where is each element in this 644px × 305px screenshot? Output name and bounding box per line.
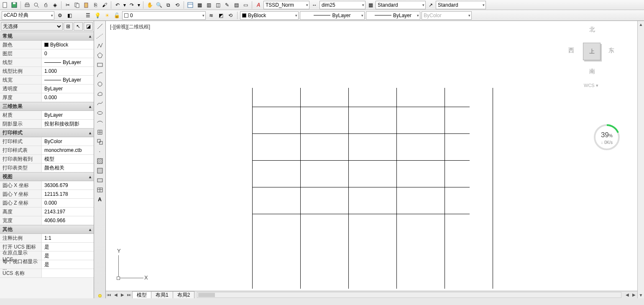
prop-row[interactable]: 线宽ByLayer [0, 76, 94, 85]
prop-value[interactable] [42, 269, 94, 277]
line-icon[interactable] [95, 22, 105, 31]
tab-layout2[interactable]: 布局2 [173, 291, 195, 298]
workspace-save-icon[interactable]: ◧ [65, 11, 74, 20]
collapse-icon[interactable]: ▴ [89, 131, 91, 135]
prop-value[interactable]: 4060.966 [42, 216, 94, 225]
brush-icon[interactable]: 🖌 [100, 1, 109, 9]
markup-icon[interactable]: ✎ [223, 1, 231, 9]
spline-icon[interactable] [95, 99, 105, 108]
vp-minimize[interactable]: [-] [110, 24, 115, 30]
prop-row[interactable]: 圆心 Y 坐标12115.178 [0, 190, 94, 199]
arc-icon[interactable] [95, 70, 105, 79]
viewcube-west[interactable]: 西 [568, 47, 574, 54]
prop-row[interactable]: 透明度ByLayer [0, 85, 94, 93]
insert-block-icon[interactable] [95, 128, 105, 137]
redo-icon[interactable]: ↷ [128, 1, 136, 9]
drawing-canvas[interactable]: [-][俯视][二维线框] Y X 北 南 西 东 上 WCS ▾ [106, 21, 637, 291]
plot-preview-icon[interactable] [32, 1, 41, 9]
vp-view[interactable]: [俯视] [115, 24, 128, 30]
layer-manager-icon[interactable]: ☰ [84, 11, 92, 20]
prop-value[interactable]: 2143.197 [42, 208, 94, 216]
redo-dd-icon[interactable]: ▾ [137, 1, 141, 9]
prop-row[interactable]: 材质ByLayer [0, 111, 94, 120]
mleader-style-combo[interactable]: Standard▾ [436, 1, 486, 9]
prop-row[interactable]: 圆心 X 坐标36306.679 [0, 181, 94, 190]
table-icon[interactable] [95, 185, 105, 195]
quickcalc-icon[interactable]: ▤ [232, 1, 240, 9]
prop-value[interactable]: ByLayer [42, 85, 94, 93]
prop-row[interactable]: 阴影显示投射和接收阴影 [0, 120, 94, 128]
text-style-icon[interactable]: A [254, 1, 263, 9]
prop-category-header[interactable]: 三维效果▴ [0, 102, 94, 111]
prop-value[interactable]: 12115.178 [42, 190, 94, 198]
layer-lock-icon[interactable]: 🔓 [112, 11, 121, 20]
prop-row[interactable]: 颜色ByBlock [0, 41, 94, 49]
prop-value[interactable]: 0 [42, 49, 94, 58]
color-combo[interactable]: ByBlock ▾ [240, 11, 299, 20]
prop-row[interactable]: 打印表附着到模型 [0, 155, 94, 164]
hscroll-left-icon[interactable]: ◀ [624, 292, 631, 298]
tab-prev-icon[interactable]: ◀ [112, 292, 119, 298]
qnew-icon[interactable] [1, 1, 9, 9]
network-widget[interactable]: 39% ↓ 0K/s [593, 123, 621, 151]
prop-row[interactable]: 注释比例1:1 [0, 234, 94, 243]
point-icon[interactable]: · [95, 147, 105, 156]
viewcube-north[interactable]: 北 [589, 26, 595, 33]
prop-category-header[interactable]: 打印样式▴ [0, 128, 94, 137]
zoom-prev-icon[interactable]: ⟲ [173, 1, 181, 9]
prop-row[interactable]: 厚度0.000 [0, 93, 94, 102]
vscroll-down-icon[interactable]: ▼ [638, 292, 644, 298]
tab-first-icon[interactable]: ⏮ [106, 292, 112, 298]
prop-category-header[interactable]: 视图▴ [0, 172, 94, 181]
prop-row[interactable]: 图层0 [0, 49, 94, 58]
toggle-pickadd-icon[interactable]: ◪ [84, 22, 93, 31]
collapse-icon[interactable]: ▴ [89, 174, 91, 179]
layer-prev-icon[interactable]: ⟲ [226, 11, 235, 20]
command-line-icon[interactable]: ▭ [241, 1, 250, 9]
prop-value[interactable]: 是 [42, 243, 94, 251]
match-icon[interactable]: ⎘ [91, 1, 100, 9]
prop-row[interactable]: 高度2143.197 [0, 208, 94, 216]
prop-row[interactable]: UCS 名称 [0, 269, 94, 278]
prop-row[interactable]: 打印样式ByColor [0, 137, 94, 146]
prop-value[interactable]: ByBlock [42, 41, 94, 49]
linetype-combo[interactable]: ByLayer ▾ [300, 11, 365, 20]
properties-icon[interactable] [186, 1, 194, 9]
collapse-icon[interactable]: ▴ [89, 34, 91, 38]
prop-value[interactable]: 模型 [42, 155, 94, 163]
prop-value[interactable]: 是 [42, 251, 94, 260]
prop-category-header[interactable]: 其他▴ [0, 225, 94, 234]
dim-style-combo[interactable]: dim25▾ [319, 1, 365, 9]
prop-value[interactable]: 1.000 [42, 67, 94, 75]
rectangle-icon[interactable] [95, 60, 105, 69]
table-style-combo[interactable]: Standard▾ [376, 1, 426, 9]
tool-palette-icon[interactable]: ▥ [204, 1, 213, 9]
workspace-settings-icon[interactable]: ⚙ [56, 11, 64, 20]
save-icon[interactable] [10, 1, 18, 9]
vscroll-up-icon[interactable]: ▲ [638, 21, 644, 28]
polygon-icon[interactable] [95, 51, 105, 60]
prop-row[interactable]: 圆心 Z 坐标0.000 [0, 199, 94, 208]
cut-icon[interactable]: ✂ [64, 1, 72, 9]
layer-freeze-icon[interactable]: ☀ [103, 11, 111, 20]
workspace-combo[interactable]: oCAD 经典▾ [2, 11, 54, 20]
mtext-icon[interactable]: A [95, 195, 105, 204]
tab-model[interactable]: 模型 [132, 291, 151, 298]
select-objects-icon[interactable]: ↖ [74, 22, 83, 31]
hscroll-right-icon[interactable]: ▶ [631, 292, 637, 298]
xline-icon[interactable] [95, 31, 105, 41]
prop-value[interactable]: 0.000 [42, 93, 94, 102]
table-style-icon[interactable]: ▦ [366, 1, 375, 9]
prop-value[interactable]: 0.000 [42, 199, 94, 207]
sheet-set-icon[interactable]: ◫ [214, 1, 222, 9]
pan-icon[interactable]: ✋ [146, 1, 154, 9]
prop-row[interactable]: 打印表类型颜色相关 [0, 164, 94, 172]
prop-value[interactable]: 颜色相关 [42, 164, 94, 172]
prop-category-header[interactable]: 常规▴ [0, 32, 94, 41]
viewcube-wcs[interactable]: WCS ▾ [584, 83, 598, 88]
collapse-icon[interactable]: ▴ [89, 227, 91, 232]
layer-states-icon[interactable]: ≋ [207, 11, 215, 20]
prop-value[interactable]: 投射和接收阴影 [42, 120, 94, 128]
selection-combo[interactable]: 无选择 [1, 22, 63, 31]
publish-icon[interactable]: ⎙ [41, 1, 50, 9]
